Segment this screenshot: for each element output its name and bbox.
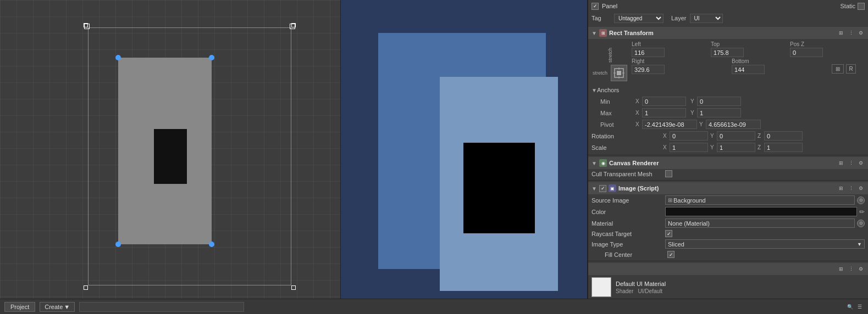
rect-transform-icon-grid[interactable]: ⊞ — [837, 29, 845, 37]
rect-transform-title: Rect Transform — [609, 30, 654, 36]
canvas-renderer-section: ▼ ◉ Canvas Renderer ⊞ ⋮ ⚙ Cull Transpare… — [588, 155, 868, 181]
rect-transform-icon-dots[interactable]: ⋮ — [847, 29, 855, 37]
rotation-row: Rotation X Y Z — [588, 130, 868, 142]
source-image-picker[interactable]: ⊙ — [857, 197, 865, 204]
source-image-row: Source Image ⊞ Background ⊙ — [588, 194, 868, 206]
min-y-label: Y — [690, 98, 697, 104]
scale-y-input[interactable] — [717, 143, 755, 152]
stretch-preset-icon[interactable] — [611, 65, 627, 81]
canvas-renderer-icon-dots[interactable]: ⋮ — [847, 159, 855, 167]
rot-x-label: X — [663, 133, 670, 139]
panel-name-label: Panel — [602, 3, 617, 9]
material-title: Default UI Material — [616, 281, 666, 287]
tag-dropdown[interactable]: Untagged — [614, 14, 664, 23]
static-checkbox[interactable] — [858, 3, 865, 10]
canvas-renderer-header[interactable]: ▼ ◉ Canvas Renderer ⊞ ⋮ ⚙ — [588, 157, 868, 169]
image-script-icon-gear[interactable]: ⚙ — [857, 184, 865, 192]
handle-br[interactable] — [209, 242, 214, 247]
raycast-row: Raycast Target — [588, 229, 868, 238]
material-picker[interactable]: ⊙ — [857, 220, 865, 227]
canvas-renderer-icons: ⊞ ⋮ ⚙ — [837, 159, 865, 167]
scene-black-element — [154, 129, 187, 184]
svg-rect-1 — [617, 71, 621, 75]
rot-z-input[interactable] — [764, 131, 803, 141]
create-button[interactable]: Create ▼ — [40, 302, 75, 312]
raycast-label: Raycast Target — [591, 231, 663, 237]
material-label: Material — [591, 220, 663, 227]
canvas-renderer-icon-gear[interactable]: ⚙ — [857, 159, 865, 167]
color-field[interactable] — [665, 207, 857, 216]
material-shader-row: Shader UI/Default — [616, 288, 666, 294]
panel-active-checkbox[interactable] — [591, 3, 599, 10]
rect-transform-header[interactable]: ▼ ⊞ Rect Transform ⊞ ⋮ ⚙ — [588, 27, 868, 39]
max-y-input[interactable] — [697, 108, 741, 117]
bottom-input[interactable] — [732, 65, 765, 74]
corner-bl — [84, 285, 88, 290]
game-black-element — [463, 143, 535, 233]
default-material-icon-gear[interactable]: ⚙ — [857, 265, 865, 273]
min-y-input[interactable] — [697, 97, 741, 106]
scale-z-input[interactable] — [764, 143, 803, 152]
settings-icon[interactable]: ☰ — [856, 303, 864, 311]
left-input[interactable] — [632, 48, 665, 57]
image-script-header[interactable]: ▼ ▣ Image (Script) ⊞ ⋮ ⚙ — [588, 182, 868, 194]
image-type-dropdown[interactable]: Sliced ▼ — [665, 239, 865, 249]
scale-x-input[interactable] — [670, 143, 708, 152]
handle-tr[interactable] — [209, 55, 214, 60]
r-button[interactable]: R — [846, 64, 856, 74]
layer-dropdown[interactable]: UI — [690, 14, 723, 23]
blueprint-icon[interactable]: ⊞ — [832, 64, 844, 74]
default-material-icon-dots[interactable]: ⋮ — [847, 265, 855, 273]
default-material-header[interactable]: ⊞ ⋮ ⚙ — [588, 263, 868, 275]
image-script-active[interactable] — [599, 185, 606, 192]
cull-checkbox[interactable] — [665, 170, 672, 177]
search-input[interactable] — [79, 302, 244, 312]
color-label: Color — [591, 209, 663, 215]
material-row: Material None (Material) ⊙ — [588, 217, 868, 229]
top-input[interactable] — [711, 48, 744, 57]
canvas-renderer-icon-grid[interactable]: ⊞ — [837, 159, 845, 167]
image-script-icon-grid[interactable]: ⊞ — [837, 184, 845, 192]
rect-transform-section: ▼ ⊞ Rect Transform ⊞ ⋮ ⚙ stretch stretch — [588, 25, 868, 155]
search-icon[interactable]: 🔍 — [846, 303, 854, 311]
rot-x-input[interactable] — [670, 131, 708, 141]
field-bottom: Bottom — [732, 58, 827, 74]
source-image-field[interactable]: ⊞ Background — [665, 195, 855, 205]
image-script-icon-dots[interactable]: ⋮ — [847, 184, 855, 192]
anchors-row: ▼ Anchors — [588, 85, 868, 96]
main-area: Panel Static Tag Untagged Layer UI ▼ ⊞ R… — [0, 0, 868, 299]
panel-header-row: Panel Static — [588, 0, 868, 12]
posz-input[interactable] — [790, 48, 823, 57]
rect-transform-icon: ⊞ — [599, 29, 607, 37]
handle-bl[interactable] — [115, 242, 121, 247]
image-script-title: Image (Script) — [618, 185, 659, 192]
rect-transform-arrow: ▼ — [591, 30, 597, 36]
min-x-input[interactable] — [642, 97, 686, 106]
min-x-label: X — [635, 98, 642, 104]
stretch-label-h: stretch — [591, 69, 609, 77]
pivot-x-label: X — [635, 121, 642, 127]
max-x-input[interactable] — [642, 108, 686, 117]
transform-fields: Left Top Pos Z — [632, 41, 865, 74]
pivot-y-input[interactable] — [706, 120, 761, 129]
material-field[interactable]: None (Material) — [665, 218, 855, 228]
rect-transform-icon-gear[interactable]: ⚙ — [857, 29, 865, 37]
pivot-x-input[interactable] — [642, 120, 697, 129]
image-script-arrow: ▼ — [591, 186, 597, 192]
pivot-y-label: Y — [699, 121, 706, 127]
rect-transform-grid: stretch stretch — [588, 39, 868, 85]
scale-z-label: Z — [758, 144, 764, 150]
material-preview-icon — [591, 277, 611, 297]
source-image-value: Background — [673, 197, 706, 204]
rot-y-input[interactable] — [717, 131, 755, 141]
project-tab[interactable]: Project — [4, 302, 35, 312]
handle-tl[interactable] — [115, 55, 121, 60]
game-background-rect — [378, 33, 546, 269]
default-material-icon-grid[interactable]: ⊞ — [837, 265, 845, 273]
default-material-section: ⊞ ⋮ ⚙ Default UI Material Shader UI/Defa… — [588, 261, 868, 299]
raycast-checkbox[interactable] — [665, 230, 672, 237]
color-picker-icon[interactable]: ✏ — [859, 208, 865, 216]
fill-center-checkbox[interactable] — [667, 251, 675, 258]
right-input[interactable] — [632, 65, 665, 74]
image-type-value: Sliced — [668, 241, 684, 248]
